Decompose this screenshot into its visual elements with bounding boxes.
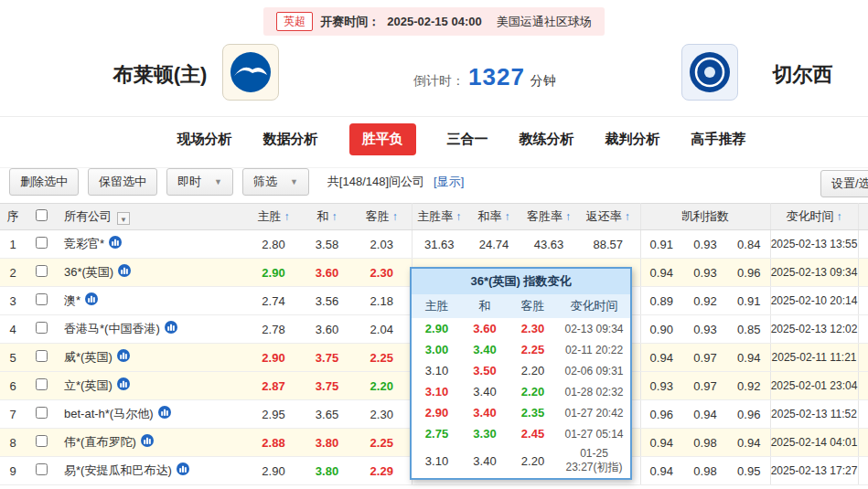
company-name[interactable]: 易*(安提瓜和巴布达) <box>64 463 172 477</box>
company-name[interactable]: 香港马*(中国香港) <box>64 322 160 335</box>
league-badge: 英超 <box>276 12 313 31</box>
kelly-draw-cell: 0.94 <box>682 400 728 429</box>
tab-win-draw-lose[interactable]: 胜平负 <box>349 123 416 155</box>
row-checkbox[interactable] <box>36 407 48 419</box>
match-info-pill: 英超 开赛时间： 2025-02-15 04:00 美国运通社区球场 <box>263 7 604 36</box>
return-rate-header: 返还率 <box>586 209 622 223</box>
company-filter-dropdown[interactable]: ▼ <box>117 212 130 225</box>
settings-select-button[interactable]: 设置/选择 <box>820 170 868 197</box>
chevron-down-icon: ▼ <box>214 177 222 186</box>
teams-header: 布莱顿(主) 倒计时： 1327 分钟 切尔西 <box>0 41 868 114</box>
home-odds-header: 主胜 <box>258 209 282 223</box>
row-number: 7 <box>0 400 26 429</box>
tab-data-analysis[interactable]: 数据分析 <box>263 131 318 148</box>
sort-up-icon[interactable]: ↑ <box>455 210 461 223</box>
tab-live-analysis[interactable]: 现场分析 <box>177 131 232 148</box>
return-rate-cell: 88.57 <box>576 230 640 259</box>
sort-up-icon[interactable]: ↑ <box>392 210 398 223</box>
kelly-home-cell: 0.89 <box>640 287 682 315</box>
draw-odds-cell: 3.80 <box>302 429 352 457</box>
popup-away-header: 客胜 <box>508 294 558 318</box>
company-odds-chart-icon[interactable] <box>158 406 171 419</box>
company-name[interactable]: 威*(英国) <box>64 350 113 364</box>
index-column-header: 序 <box>0 204 26 230</box>
sort-up-icon[interactable]: ↑ <box>284 210 290 223</box>
popup-row: 2.90 3.60 2.30 02-13 09:34 <box>412 318 630 339</box>
company-name[interactable]: 伟*(直布罗陀) <box>64 435 136 449</box>
draw-odds-cell: 3.80 <box>302 457 352 485</box>
draw-odds-header: 和 <box>317 209 329 223</box>
kickoff-label: 开赛时间： <box>320 14 380 30</box>
tab-referee-analysis[interactable]: 裁判分析 <box>605 131 660 148</box>
kelly-home-cell: 0.90 <box>640 315 682 344</box>
kelly-draw-cell: 0.93 <box>682 259 728 287</box>
kelly-home-cell: 0.91 <box>640 230 682 259</box>
company-odds-chart-icon[interactable] <box>109 236 122 249</box>
row-checkbox[interactable] <box>36 237 48 249</box>
row-number: 5 <box>0 344 26 372</box>
sort-up-icon[interactable]: ↑ <box>625 210 630 223</box>
table-row: 1 竞彩官* 2.80 3.58 2.03 31.63 24.74 43.63 … <box>0 230 868 259</box>
delete-selected-button[interactable]: 删除选中 <box>9 168 79 196</box>
tab-coach-analysis[interactable]: 教练分析 <box>520 131 574 148</box>
chevron-down-icon: ▼ <box>120 216 127 224</box>
draw-odds-cell: 3.58 <box>302 230 352 259</box>
row-number: 3 <box>0 287 26 315</box>
company-odds-chart-icon[interactable] <box>85 292 98 305</box>
company-name[interactable]: bet-at-h*(马尔他) <box>64 407 154 420</box>
change-time-cell: 2025-02-13 11:52 <box>770 400 858 429</box>
popup-row: 3.10 3.40 2.20 01-28 02:32 <box>412 381 630 402</box>
instant-odds-select[interactable]: 即时▼ <box>166 168 233 196</box>
sort-up-icon[interactable]: ↑ <box>332 210 338 223</box>
draw-odds-cell: 3.56 <box>302 287 352 315</box>
countdown-value: 1327 <box>468 63 525 91</box>
filter-button[interactable]: 筛选▼ <box>242 168 309 196</box>
popup-row: 2.90 3.40 2.35 01-27 20:42 <box>412 402 630 423</box>
kelly-away-cell: 0.96 <box>728 259 770 287</box>
tab-expert-picks[interactable]: 高手推荐 <box>691 131 746 148</box>
keep-selected-button[interactable]: 保留选中 <box>88 168 157 196</box>
company-odds-chart-icon[interactable] <box>177 462 189 475</box>
away-team-name: 切尔西 <box>750 61 855 89</box>
show-link[interactable]: [显示] <box>434 174 464 190</box>
company-name[interactable]: 澳* <box>64 293 80 307</box>
popup-row: 3.10 3.40 2.20 01-25 23:27(初指) <box>412 444 630 478</box>
home-odds-cell: 2.90 <box>245 457 302 485</box>
row-checkbox[interactable] <box>36 322 48 334</box>
company-name[interactable]: 竞彩官* <box>64 237 104 250</box>
sort-up-icon[interactable]: ↑ <box>837 210 842 223</box>
kelly-away-cell: 0.95 <box>728 457 770 485</box>
change-time-cell: 2025-02-01 23:04 <box>770 372 858 400</box>
select-all-checkbox[interactable] <box>36 209 48 221</box>
company-name[interactable]: 36*(英国) <box>64 265 113 279</box>
tab-three-in-one[interactable]: 三合一 <box>447 131 488 148</box>
away-odds-cell: 2.25 <box>352 344 412 372</box>
odds-comparison-page: 英超 开赛时间： 2025-02-15 04:00 美国运通社区球场 布莱顿(主… <box>0 0 868 489</box>
company-odds-chart-icon[interactable] <box>141 434 154 447</box>
row-checkbox[interactable] <box>36 350 48 362</box>
change-time-cell: 2025-02-10 20:14 <box>770 287 858 315</box>
home-odds-cell: 2.90 <box>245 259 302 287</box>
row-checkbox[interactable] <box>36 378 48 390</box>
kelly-home-cell: 0.93 <box>640 372 682 400</box>
company-name[interactable]: 立*(英国) <box>64 378 113 392</box>
sort-up-icon[interactable]: ↑ <box>505 210 510 223</box>
change-time-cell: 2025-02-13 12:02 <box>770 315 858 344</box>
row-checkbox[interactable] <box>36 265 48 277</box>
row-checkbox[interactable] <box>36 435 48 447</box>
row-checkbox[interactable] <box>36 293 48 305</box>
kelly-away-cell: 0.92 <box>728 372 770 400</box>
sort-up-icon[interactable]: ↑ <box>565 210 571 223</box>
company-odds-chart-icon[interactable] <box>165 321 177 334</box>
row-checkbox[interactable] <box>36 463 48 475</box>
popup-row: 2.75 3.30 2.45 01-27 05:14 <box>412 423 630 444</box>
away-odds-cell: 2.04 <box>352 315 412 344</box>
company-odds-chart-icon[interactable] <box>117 377 130 390</box>
instant-odds-label: 即时 <box>177 174 201 190</box>
company-odds-chart-icon[interactable] <box>118 264 131 277</box>
popup-header-row: 主胜 和 客胜 变化时间 <box>412 294 630 318</box>
kelly-draw-cell: 0.93 <box>682 315 728 344</box>
company-odds-chart-icon[interactable] <box>117 349 130 362</box>
odds-change-popup: 36*(英国) 指数变化 主胜 和 客胜 变化时间 2.90 3.60 2.30… <box>410 267 632 480</box>
table-header-row: 序 所有公司▼ 主胜↑ 和↑ 客胜↑ 主胜率↑ 和率↑ 客胜率↑ 返还率↑ 凯利… <box>0 204 868 230</box>
